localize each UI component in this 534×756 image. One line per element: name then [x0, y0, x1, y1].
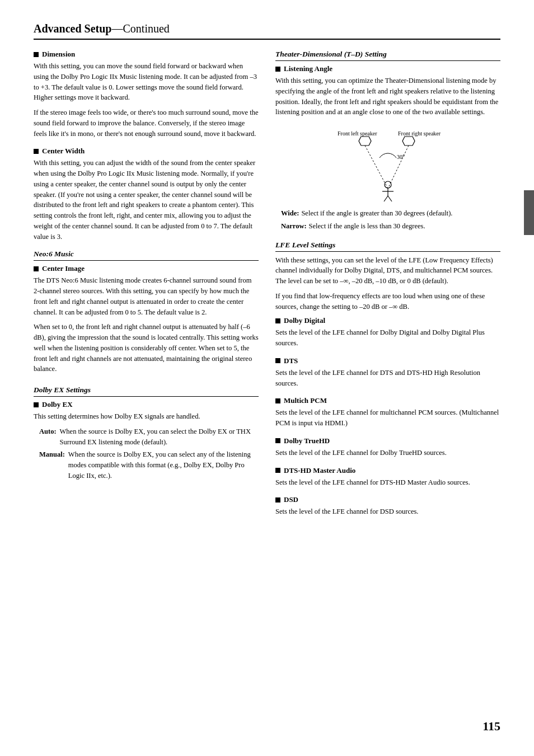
lfe-text2: If you find that low-frequency effects a… [275, 291, 500, 312]
dimension-title: Dimension [34, 50, 259, 59]
listening-angle-text: With this setting, you can optimize the … [275, 76, 500, 118]
svg-line-4 [365, 145, 388, 189]
center-image-title: Center Image [34, 264, 259, 273]
dolby-digital-text: Sets the level of the LFE channel for Do… [275, 327, 500, 349]
center-width-text: With this setting, you can adjust the wi… [34, 158, 259, 242]
dsd-section: DSD Sets the level of the LFE channel fo… [275, 495, 500, 517]
bullet-icon [275, 67, 280, 72]
page-title: Advanced Setup—Continued [34, 22, 500, 40]
svg-line-10 [384, 196, 388, 201]
dts-text: Sets the level of the LFE channel for DT… [275, 368, 500, 389]
page: Advanced Setup—Continued Dimension With … [0, 0, 534, 756]
bullet-icon [34, 52, 39, 57]
dolby-truehd-section: Dolby TrueHD Sets the level of the LFE c… [275, 436, 500, 458]
narrow-item: Narrow: Select if the angle is less than… [281, 221, 500, 232]
dolby-digital-title: Dolby Digital [275, 316, 500, 325]
svg-marker-3 [402, 137, 415, 145]
svg-line-11 [388, 196, 392, 201]
bullet-icon [275, 468, 280, 473]
multich-pcm-section: Multich PCM Sets the level of the LFE ch… [275, 396, 500, 429]
left-column: Dimension With this setting, you can mov… [34, 50, 259, 525]
dolby-ex-auto: Auto: When the source is Dolby EX, you c… [39, 426, 259, 448]
speaker-diagram: Front left speaker Front right speaker [275, 124, 500, 203]
dts-section: DTS Sets the level of the LFE channel fo… [275, 356, 500, 389]
dts-hd-title: DTS-HD Master Audio [275, 466, 500, 475]
center-image-text1: The DTS Neo:6 Music listening mode creat… [34, 275, 259, 317]
dolby-truehd-title: Dolby TrueHD [275, 436, 500, 445]
bullet-icon [275, 398, 280, 403]
lfe-heading: LFE Level Settings [275, 241, 500, 252]
dolby-ex-text: This setting determines how Dolby EX sig… [34, 411, 259, 422]
listening-angle-section: Listening Angle With this setting, you c… [275, 64, 500, 232]
diagram-svg: Front left speaker Front right speaker [332, 124, 444, 203]
dolby-digital-section: Dolby Digital Sets the level of the LFE … [275, 316, 500, 349]
theater-dim-heading: Theater-Dimensional (T–D) Setting [275, 50, 500, 61]
dolby-ex-list: Auto: When the source is Dolby EX, you c… [39, 426, 259, 481]
svg-text:Front right speaker: Front right speaker [398, 130, 441, 137]
bullet-icon [275, 358, 280, 363]
dts-hd-section: DTS-HD Master Audio Sets the level of th… [275, 466, 500, 488]
side-tab [524, 190, 534, 235]
center-width-title: Center Width [34, 147, 259, 156]
dolby-truehd-text: Sets the level of the LFE channel for Do… [275, 448, 500, 458]
svg-line-5 [388, 145, 409, 189]
bullet-icon [34, 402, 39, 407]
wide-narrow-list: Wide: Select if the angle is greater tha… [281, 208, 500, 232]
neo6-heading: Neo:6 Music [34, 250, 259, 261]
bullet-icon [34, 149, 39, 154]
dsd-title: DSD [275, 495, 500, 504]
bullet-icon [275, 497, 280, 503]
center-image-section: Center Image The DTS Neo:6 Music listeni… [34, 264, 259, 374]
multich-pcm-title: Multich PCM [275, 396, 500, 405]
dimension-section: Dimension With this setting, you can mov… [34, 50, 259, 139]
dolby-ex-manual: Manual: When the source is Dolby EX, you… [39, 449, 259, 481]
bullet-icon [275, 438, 280, 443]
dimension-text2: If the stereo image feels too wide, or t… [34, 107, 259, 139]
dts-hd-text: Sets the level of the LFE channel for DT… [275, 477, 500, 488]
bullet-icon [275, 318, 280, 323]
dts-title: DTS [275, 356, 500, 365]
multich-pcm-text: Sets the level of the LFE channel for mu… [275, 407, 500, 429]
svg-text:Front left speaker: Front left speaker [338, 130, 377, 137]
svg-text:30°: 30° [397, 154, 405, 160]
wide-item: Wide: Select if the angle is greater tha… [281, 208, 500, 219]
listening-angle-title: Listening Angle [275, 64, 500, 73]
lfe-text1: With these settings, you can set the lev… [275, 255, 500, 287]
center-image-text2: When set to 0, the front left and right … [34, 322, 259, 374]
dolby-ex-section: Dolby EX This setting determines how Dol… [34, 400, 259, 481]
svg-marker-2 [359, 137, 371, 145]
dimension-text1: With this setting, you can move the soun… [34, 61, 259, 103]
dolby-ex-title: Dolby EX [34, 400, 259, 409]
dolby-ex-heading: Dolby EX Settings [34, 386, 259, 397]
bullet-icon [34, 266, 39, 271]
center-width-section: Center Width With this setting, you can … [34, 147, 259, 242]
page-number: 115 [483, 719, 500, 734]
main-content: Dimension With this setting, you can mov… [34, 50, 500, 525]
dsd-text: Sets the level of the LFE channel for DS… [275, 506, 500, 517]
right-column: Theater-Dimensional (T–D) Setting Listen… [275, 50, 500, 525]
